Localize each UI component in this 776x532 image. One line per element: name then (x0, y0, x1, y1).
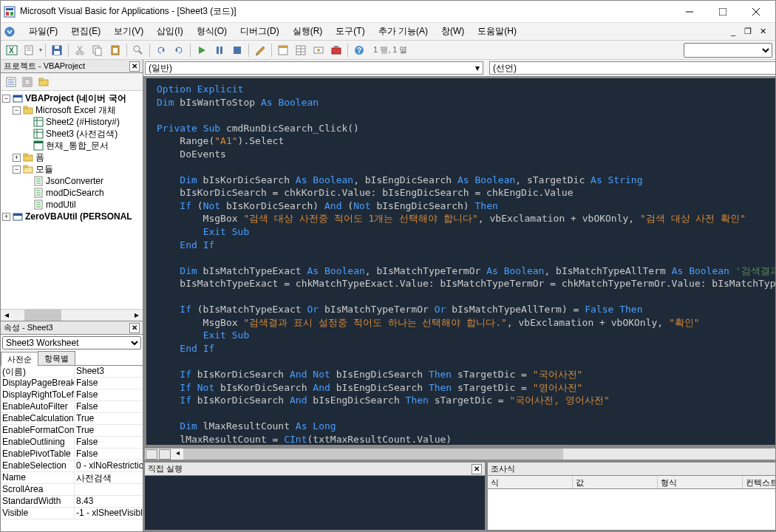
project-tree[interactable]: −VBAProject (네이버 국어 −Microsoft Excel 개체 … (1, 91, 143, 309)
find-icon[interactable] (130, 42, 146, 58)
props-row[interactable]: EnableSelection0 - xlNoRestrictions (1, 460, 143, 472)
view-object-icon[interactable] (20, 75, 35, 89)
props-tab-category[interactable]: 항목별 (38, 351, 75, 365)
folder-icon (23, 105, 33, 115)
minimize-button[interactable] (673, 1, 706, 22)
props-row[interactable]: Visible-1 - xlSheetVisible (1, 508, 143, 519)
toolbox-icon[interactable] (328, 42, 344, 58)
watch-col-value[interactable]: 값 (573, 476, 658, 488)
menu-edit[interactable]: 편집(E) (65, 24, 106, 39)
view-code-icon[interactable] (4, 75, 18, 89)
mdi-minimize[interactable]: _ (726, 26, 740, 38)
menubar: 파일(F) 편집(E) 보기(V) 삽입(I) 형식(O) 디버그(D) 실행(… (1, 23, 775, 41)
immediate-close-icon[interactable]: ✕ (472, 464, 482, 474)
props-grid[interactable]: (이름)Sheet3DisplayPageBreaksFalseDisplayR… (1, 366, 143, 531)
save-icon[interactable] (49, 42, 65, 58)
watch-list[interactable] (488, 489, 775, 530)
toggle-folders-icon[interactable] (36, 75, 51, 89)
object-browser-icon[interactable] (310, 42, 327, 58)
tree-expand-icon[interactable]: + (2, 213, 10, 221)
props-row[interactable]: EnableFormatConditionsCalculationTrue (1, 425, 143, 437)
props-row[interactable]: EnableOutliningFalse (1, 437, 143, 449)
pause-icon[interactable] (211, 42, 228, 58)
code-hscrollbar[interactable]: ◂ ▸ (145, 448, 775, 460)
props-row[interactable]: DisplayRightToLeftFalse (1, 389, 143, 401)
cut-icon[interactable] (72, 42, 88, 58)
menu-view[interactable]: 보기(V) (108, 24, 149, 39)
menu-file[interactable]: 파일(F) (23, 24, 64, 39)
maximize-button[interactable] (706, 1, 739, 22)
props-row[interactable]: DisplayPageBreaksFalse (1, 378, 143, 389)
props-row[interactable]: EnableCalculationTrue (1, 413, 143, 425)
svg-rect-15 (55, 46, 59, 49)
view-excel-icon[interactable]: X (4, 42, 20, 58)
props-row[interactable]: StandardWidth8.43 (1, 496, 143, 508)
props-row[interactable]: EnableAutoFilterFalse (1, 401, 143, 413)
mdi-close[interactable]: ✕ (756, 26, 769, 38)
watch-col-context[interactable]: 컨텍스트 (743, 476, 775, 488)
redo-icon[interactable] (171, 42, 187, 58)
module-icon (33, 188, 44, 198)
menu-addins[interactable]: 추가 기능(A) (372, 24, 434, 39)
project-close-icon[interactable]: ✕ (129, 61, 140, 72)
svg-rect-80 (13, 214, 22, 216)
menu-format[interactable]: 형식(O) (191, 24, 233, 39)
design-mode-icon[interactable] (252, 42, 268, 58)
help-icon[interactable]: ? (351, 42, 367, 58)
immediate-input[interactable] (145, 476, 485, 530)
menu-debug[interactable]: 디버그(D) (234, 24, 285, 39)
properties-icon[interactable] (293, 42, 309, 58)
svg-text:?: ? (357, 47, 361, 55)
toolbar: X ▾ ? 1 행, 1 열 (1, 41, 775, 60)
run-icon[interactable] (194, 42, 210, 58)
props-row[interactable]: Name사전검색 (1, 472, 143, 484)
menu-run[interactable]: 실행(R) (287, 24, 329, 39)
props-close-icon[interactable]: ✕ (129, 323, 140, 333)
titlebar: Microsoft Visual Basic for Applications … (1, 1, 775, 23)
props-object-selector[interactable]: Sheet3 Worksheet (2, 336, 141, 349)
mdi-restore[interactable]: ❐ (741, 26, 755, 38)
workbook-icon (33, 140, 44, 151)
svg-rect-2 (6, 12, 9, 16)
code-editor[interactable]: Option Explicit Dim bIsWantToStop As Boo… (145, 78, 775, 446)
svg-rect-5 (719, 8, 726, 16)
procedure-view-icon[interactable] (146, 449, 157, 460)
menu-tools[interactable]: 도구(T) (330, 24, 370, 39)
module-icon (33, 176, 44, 186)
toolbar-combo[interactable] (684, 43, 772, 58)
menu-help[interactable]: 도움말(H) (472, 24, 523, 39)
menu-insert[interactable]: 삽입(I) (151, 24, 188, 39)
object-dropdown[interactable]: (일반)▾ (145, 61, 483, 75)
tree-hscrollbar[interactable]: ◂▸ (1, 309, 143, 321)
props-row[interactable]: (이름)Sheet3 (1, 366, 143, 378)
props-row[interactable]: EnablePivotTableFalse (1, 449, 143, 460)
tree-expand-icon[interactable]: + (13, 154, 21, 162)
immediate-window: 직접 실행 ✕ (144, 462, 486, 531)
procedure-dropdown[interactable]: (선언)▾ (489, 61, 775, 75)
svg-line-19 (78, 46, 82, 52)
props-tab-alpha[interactable]: 사전순 (1, 352, 38, 366)
watch-col-expr[interactable]: 식 (488, 476, 573, 488)
svg-point-8 (5, 27, 14, 36)
svg-rect-55 (34, 117, 43, 126)
props-row[interactable]: ScrollArea (1, 484, 143, 496)
svg-point-18 (81, 52, 84, 55)
copy-icon[interactable] (89, 42, 106, 58)
project-explorer-icon[interactable] (275, 42, 291, 58)
svg-point-25 (134, 46, 140, 52)
tree-collapse-icon[interactable]: − (13, 166, 21, 174)
undo-icon[interactable] (153, 42, 169, 58)
full-view-icon[interactable] (159, 449, 171, 460)
watch-col-type[interactable]: 형식 (658, 476, 743, 488)
tree-collapse-icon[interactable]: − (2, 95, 10, 103)
close-button[interactable] (739, 1, 772, 22)
svg-rect-39 (332, 48, 341, 54)
menu-window[interactable]: 창(W) (435, 24, 470, 39)
paste-icon[interactable] (107, 42, 123, 58)
insert-module-icon[interactable] (21, 42, 38, 58)
tree-collapse-icon[interactable]: − (13, 106, 21, 115)
props-panel-header: 속성 - Sheet3 ✕ (1, 321, 143, 335)
project-icon (13, 211, 23, 222)
svg-rect-50 (39, 78, 43, 81)
stop-icon[interactable] (229, 42, 245, 58)
